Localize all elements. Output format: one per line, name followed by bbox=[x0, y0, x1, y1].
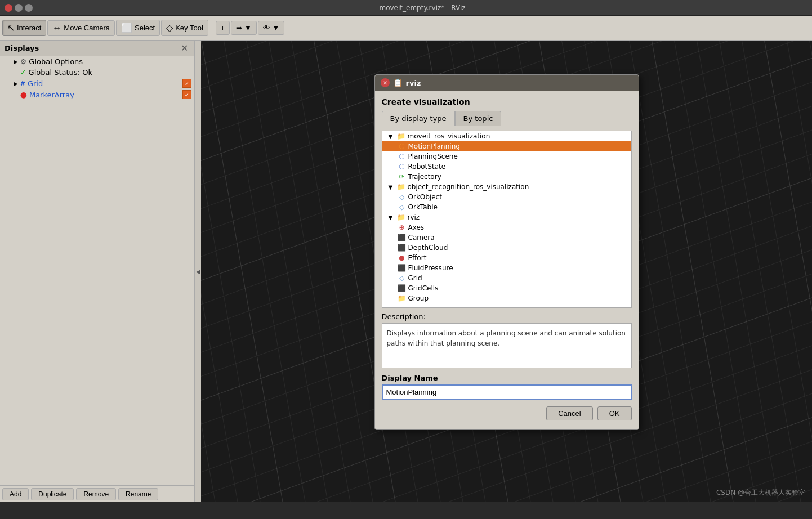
tree-item-ork-object[interactable]: ◇ OrkObject bbox=[382, 192, 631, 202]
depth-cloud-icon: ⬛ bbox=[398, 244, 407, 252]
tab-by-display-type[interactable]: By display type bbox=[382, 111, 455, 126]
depth-cloud-label: DepthCloud bbox=[408, 244, 448, 252]
global-options-label: Global Options bbox=[29, 57, 191, 66]
rename-button[interactable]: Rename bbox=[118, 488, 158, 500]
moveit-folder-icon: 📁 bbox=[397, 132, 406, 140]
title-bar: moveit_empty.rviz* - RViz bbox=[0, 0, 812, 16]
collapse-arrow-icon: ◀ bbox=[196, 269, 200, 275]
tree-item-fluid-pressure[interactable]: ⬛ FluidPressure bbox=[382, 263, 631, 273]
arrow-icon: ➡ ▼ bbox=[236, 24, 251, 32]
tree-item-depth-cloud[interactable]: ⬛ DepthCloud bbox=[382, 243, 631, 253]
grid-arrow: ▶ bbox=[14, 80, 18, 87]
tree-group-ork[interactable]: ▼ 📁 object_recognition_ros_visualization bbox=[382, 182, 631, 192]
toolbar-arrow-button[interactable]: ➡ ▼ bbox=[231, 21, 256, 35]
ork-table-label: OrkTable bbox=[408, 203, 438, 211]
marker-checkbox[interactable]: ✓ bbox=[182, 90, 191, 99]
planning-scene-icon: ⬡ bbox=[398, 153, 407, 160]
ok-button[interactable]: OK bbox=[597, 406, 632, 420]
remove-button[interactable]: Remove bbox=[76, 488, 116, 500]
tree-item-motion-planning[interactable]: ⬡ MotionPlanning bbox=[382, 141, 631, 151]
display-name-input[interactable] bbox=[382, 384, 632, 400]
tree-item-axes[interactable]: ⊕ Axes bbox=[382, 222, 631, 232]
collapse-handle[interactable]: ◀ bbox=[194, 41, 201, 502]
tree-item-camera[interactable]: ⬛ Camera bbox=[382, 232, 631, 243]
interact-button[interactable]: ↖ Interact bbox=[2, 20, 46, 36]
duplicate-button[interactable]: Duplicate bbox=[31, 488, 74, 500]
ork-object-label: OrkObject bbox=[408, 193, 442, 201]
visualization-tree[interactable]: ▼ 📁 moveit_ros_visualization ⬡ MotionPla… bbox=[382, 131, 632, 308]
dialog-tabs: By display type By topic bbox=[382, 111, 632, 126]
moveit-group-label: moveit_ros_visualization bbox=[408, 132, 490, 140]
dialog-titlebar: ✕ 📋 rviz bbox=[375, 75, 639, 91]
fluid-pressure-label: FluidPressure bbox=[408, 264, 453, 272]
tree-item-global-status[interactable]: ▶ ✓ Global Status: Ok bbox=[0, 67, 194, 78]
window-title: moveit_empty.rviz* - RViz bbox=[37, 4, 807, 12]
tree-item-trajectory[interactable]: ⟳ Trajectory bbox=[382, 172, 631, 182]
tree-group-rviz[interactable]: ▼ 📁 rviz bbox=[382, 212, 631, 222]
trajectory-label: Trajectory bbox=[408, 173, 441, 181]
key-tool-button[interactable]: ◇ Key Tool bbox=[161, 20, 208, 36]
group-icon: 📁 bbox=[398, 294, 407, 302]
viewport[interactable]: ✕ 📋 rviz Create visualization By display… bbox=[201, 41, 812, 502]
select-button[interactable]: ⬜ Select bbox=[116, 20, 160, 36]
rviz-grid-label: Grid bbox=[408, 274, 422, 282]
move-camera-icon: ↔ bbox=[52, 23, 61, 33]
interact-label: Interact bbox=[17, 24, 41, 32]
toolbar-cross-button[interactable]: + bbox=[216, 21, 230, 35]
dialog-close-button[interactable]: ✕ bbox=[381, 78, 390, 87]
panel-close-button[interactable]: ✕ bbox=[180, 43, 189, 53]
rviz-expand-arrow: ▼ bbox=[389, 214, 395, 221]
ork-folder-icon: 📁 bbox=[397, 183, 406, 191]
window-close-button[interactable] bbox=[5, 4, 12, 12]
main-layout: Displays ✕ ▶ ⚙ Global Options ▶ ✓ Global… bbox=[0, 41, 812, 502]
displays-panel-header: Displays ✕ bbox=[0, 41, 194, 56]
robot-state-label: RobotState bbox=[408, 163, 446, 171]
title-bar-buttons bbox=[5, 4, 33, 12]
tree-group-moveit[interactable]: ▼ 📁 moveit_ros_visualization bbox=[382, 131, 631, 141]
dialog-heading: Create visualization bbox=[382, 97, 632, 106]
rviz-grid-icon: ◇ bbox=[398, 274, 407, 282]
key-tool-icon: ◇ bbox=[166, 23, 173, 33]
tree-item-group[interactable]: 📁 Group bbox=[382, 293, 631, 303]
tree-item-rviz-grid[interactable]: ◇ Grid bbox=[382, 273, 631, 283]
interact-icon: ↖ bbox=[7, 23, 15, 33]
grid-cells-label: GridCells bbox=[408, 284, 439, 292]
description-label: Description: bbox=[382, 312, 632, 321]
create-visualization-dialog: ✕ 📋 rviz Create visualization By display… bbox=[374, 74, 639, 430]
tree-item-planning-scene[interactable]: ⬡ PlanningScene bbox=[382, 151, 631, 162]
cancel-button[interactable]: Cancel bbox=[546, 406, 592, 420]
dialog-title: rviz bbox=[406, 79, 421, 87]
display-name-label: Display Name bbox=[382, 374, 632, 382]
displays-title: Displays bbox=[5, 44, 39, 52]
expand-arrow: ▶ bbox=[14, 59, 18, 65]
ork-expand-arrow: ▼ bbox=[389, 184, 395, 190]
select-label: Select bbox=[135, 24, 155, 32]
camera-label: Camera bbox=[408, 234, 435, 241]
global-status-label: Global Status: Ok bbox=[29, 68, 191, 77]
watermark: CSDN @合工大机器人实验室 bbox=[716, 488, 805, 498]
grid-checkbox[interactable]: ✓ bbox=[182, 79, 191, 88]
displays-tree: ▶ ⚙ Global Options ▶ ✓ Global Status: Ok… bbox=[0, 56, 194, 485]
ork-object-icon: ◇ bbox=[398, 193, 407, 201]
fluid-pressure-icon: ⬛ bbox=[398, 264, 407, 272]
tree-item-global-options[interactable]: ▶ ⚙ Global Options bbox=[0, 56, 194, 67]
tree-item-ork-table[interactable]: ◇ OrkTable bbox=[382, 202, 631, 212]
bottom-buttons: Add Duplicate Remove Rename bbox=[0, 485, 194, 502]
window-minimize-button[interactable] bbox=[15, 4, 23, 12]
tree-item-grid[interactable]: ▶ # Grid ✓ bbox=[0, 78, 194, 89]
cross-icon: + bbox=[221, 24, 225, 32]
toolbar-eye-button[interactable]: 👁 ▼ bbox=[258, 21, 284, 35]
grid-label: Grid bbox=[28, 79, 180, 88]
move-camera-button[interactable]: ↔ Move Camera bbox=[47, 20, 115, 36]
tree-item-effort[interactable]: ● Effort bbox=[382, 253, 631, 263]
axes-icon: ⊕ bbox=[398, 223, 407, 231]
window-maximize-button[interactable] bbox=[25, 4, 33, 12]
marker-label: MarkerArray bbox=[29, 91, 180, 99]
tree-item-robot-state[interactable]: ⬡ RobotState bbox=[382, 162, 631, 172]
add-button[interactable]: Add bbox=[2, 488, 29, 500]
global-options-icon: ⚙ bbox=[20, 57, 27, 66]
tree-item-marker-array[interactable]: ▶ ● MarkerArray ✓ bbox=[0, 89, 194, 100]
tab-by-topic[interactable]: By topic bbox=[455, 111, 502, 126]
ork-group-label: object_recognition_ros_visualization bbox=[408, 183, 529, 191]
tree-item-grid-cells[interactable]: ⬛ GridCells bbox=[382, 283, 631, 293]
